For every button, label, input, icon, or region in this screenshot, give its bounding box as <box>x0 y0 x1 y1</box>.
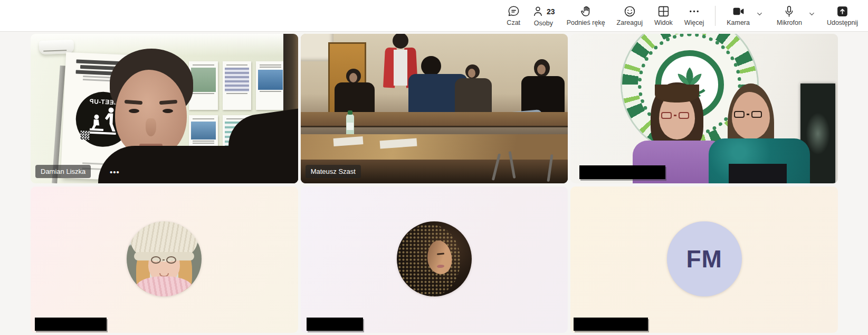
chat-bubble-icon <box>507 5 520 18</box>
pink-scarf <box>135 276 193 296</box>
redacted-name-bar <box>574 318 648 331</box>
share-label: Udostępnij <box>827 19 858 26</box>
grid-icon <box>657 5 670 18</box>
seated-person-body <box>335 82 375 115</box>
tile-more-icon[interactable]: ••• <box>110 168 120 176</box>
raise-hand-button[interactable]: Podnieś rękę <box>561 3 611 28</box>
people-button[interactable]: 23 Osoby <box>526 3 561 29</box>
qr-code <box>80 131 90 140</box>
middle-desk <box>301 112 568 126</box>
redacted-name-bar <box>307 318 363 331</box>
smiley-icon <box>623 5 636 18</box>
standing-person-shirt <box>394 50 407 86</box>
react-button[interactable]: Zareaguj <box>611 3 648 28</box>
standing-person-head <box>393 34 408 49</box>
chat-label: Czat <box>507 19 520 26</box>
camera-dropdown-chevron-icon[interactable] <box>756 10 764 18</box>
microphone-label: Mikrofon <box>777 19 802 26</box>
ellipsis-icon <box>688 5 701 18</box>
video-tile-damian-liszka[interactable]: NEET-UP <box>31 34 298 183</box>
redacted-name-bar <box>579 165 665 179</box>
avatar-tile-redacted-1[interactable] <box>31 187 298 333</box>
camera-button[interactable]: Kamera <box>721 3 756 28</box>
view-label: Widok <box>654 19 673 26</box>
more-button[interactable]: Więcej <box>679 3 710 28</box>
glasses <box>151 256 176 264</box>
meeting-toolbar: Czat 23 Osoby Podnieś rękę <box>0 0 868 32</box>
video-tile-redacted-pair[interactable] <box>570 34 838 183</box>
microphone-icon <box>783 5 796 18</box>
wall-poster <box>223 61 252 110</box>
avatar-initials: FM <box>686 245 722 273</box>
participant-name-label: Damian Liszka <box>35 165 91 178</box>
participant-torso <box>98 146 298 183</box>
people-label: Osoby <box>534 20 553 27</box>
seated-person-face <box>468 69 475 78</box>
participant-name-label: Mateusz Szast <box>306 165 361 178</box>
raise-hand-label: Podnieś rękę <box>567 19 605 26</box>
wall-poster <box>256 61 285 110</box>
microphone-button[interactable]: Mikrofon <box>771 3 808 28</box>
share-button[interactable]: Udostępnij <box>821 3 864 28</box>
seated-person-face <box>537 64 546 75</box>
redacted-name-bar <box>35 318 107 331</box>
knit-hat <box>131 221 197 262</box>
camera-filled-icon <box>732 5 745 18</box>
person-icon <box>532 5 545 18</box>
video-tile-mateusz-szast[interactable]: Mateusz Szast <box>301 34 568 183</box>
toolbar-divider <box>715 6 716 26</box>
seated-person-head <box>421 56 441 76</box>
avatar <box>127 221 202 296</box>
red-glasses <box>661 112 689 119</box>
participant-count-badge: 23 <box>547 7 555 16</box>
dark-under-layer <box>729 164 787 183</box>
participant-bangs <box>655 85 699 103</box>
participant-grid: NEET-UP <box>0 32 868 333</box>
seated-person-body <box>455 78 492 115</box>
avatar <box>397 221 472 296</box>
react-label: Zareaguj <box>617 19 643 26</box>
more-label: Więcej <box>684 19 704 26</box>
chat-button[interactable]: Czat <box>501 3 526 28</box>
initials-avatar: FM <box>667 221 742 296</box>
camera-label: Kamera <box>727 19 750 26</box>
avatar-tile-redacted-2[interactable] <box>301 187 568 333</box>
view-button[interactable]: Widok <box>648 3 679 28</box>
seated-person-face <box>349 73 357 82</box>
microphone-dropdown-chevron-icon[interactable] <box>808 10 816 18</box>
avatar-tile-redacted-fm[interactable]: FM <box>570 187 838 333</box>
raised-hand-icon <box>579 5 593 18</box>
share-arrow-up-icon <box>836 5 849 18</box>
wall-poster <box>189 61 218 110</box>
dark-glasses <box>734 111 762 118</box>
